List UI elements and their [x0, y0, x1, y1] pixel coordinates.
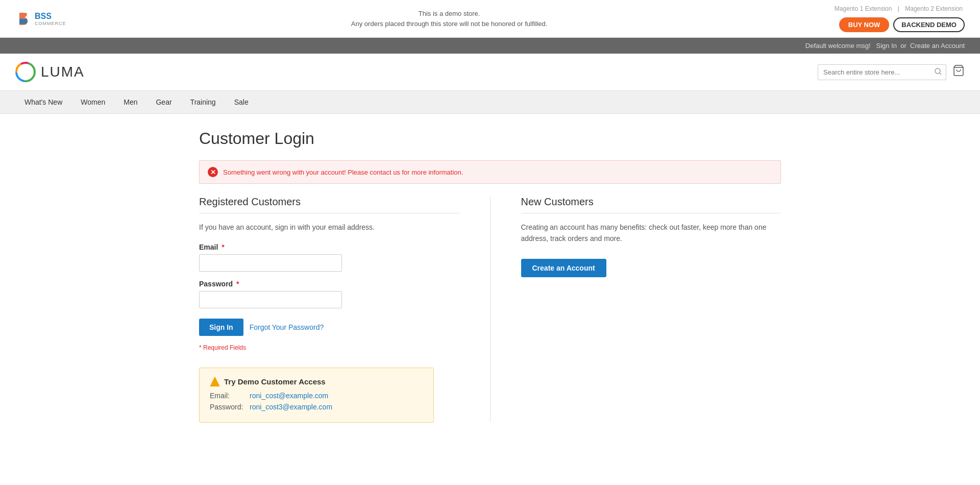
cta-buttons: Magento 1 Extension | Magento 2 Extensio… — [832, 5, 965, 32]
page-title: Customer Login — [199, 129, 781, 148]
search-box — [818, 64, 946, 80]
email-input[interactable] — [199, 254, 342, 272]
logo-text: LUMA — [41, 64, 85, 80]
demo-text: This is a demo store. Any orders placed … — [351, 9, 547, 29]
email-form-group: Email * — [199, 243, 459, 272]
new-customers-section: New Customers Creating an account has ma… — [491, 196, 781, 423]
search-icon — [935, 68, 942, 75]
registered-customers-title: Registered Customers — [199, 196, 459, 213]
main-nav: What's New Women Men Gear Training Sale — [0, 91, 980, 114]
bss-logo-icon — [15, 11, 32, 27]
registered-customers-desc: If you have an account, sign in with you… — [199, 222, 459, 233]
create-account-link-header[interactable]: Create an Account — [910, 42, 965, 50]
error-message-banner: ✕ Something went wrong with your account… — [199, 160, 781, 184]
password-label: Password * — [199, 280, 459, 288]
backend-demo-button[interactable]: BACKEND DEMO — [893, 17, 965, 32]
email-label: Email * — [199, 243, 459, 251]
promo-bar: BSS COMMERCE This is a demo store. Any o… — [0, 0, 980, 38]
required-note: * Required Fields — [199, 344, 459, 351]
luma-logo: LUMA — [15, 62, 85, 82]
form-actions: Sign In Forgot Your Password? — [199, 319, 459, 336]
main-content: Customer Login ✕ Something went wrong wi… — [184, 114, 796, 438]
new-customers-desc: Creating an account has many benefits: c… — [521, 222, 781, 245]
svg-line-5 — [940, 73, 941, 75]
account-bar: Default welcome msg! Sign In or Create a… — [0, 38, 980, 54]
sign-in-button[interactable]: Sign In — [199, 319, 243, 336]
luma-logo-icon — [15, 62, 36, 82]
login-columns: Registered Customers If you have an acco… — [199, 196, 781, 423]
password-input[interactable] — [199, 291, 342, 308]
demo-password-label: Password: — [210, 403, 246, 411]
demo-email-label: Email: — [210, 392, 246, 400]
cta-btns-row: BUY NOW BACKEND DEMO — [839, 17, 965, 32]
nav-training[interactable]: Training — [181, 91, 225, 113]
demo-access-box: Try Demo Customer Access Email: roni_cos… — [199, 368, 434, 423]
registered-customers-section: Registered Customers If you have an acco… — [199, 196, 491, 423]
cart-icon[interactable] — [952, 64, 965, 80]
signin-link[interactable]: Sign In — [876, 42, 897, 50]
nav-sale[interactable]: Sale — [225, 91, 258, 113]
new-customers-title: New Customers — [521, 196, 781, 213]
demo-email-value: roni_cost@example.com — [250, 392, 328, 400]
error-text: Something went wrong with your account! … — [223, 168, 463, 176]
password-form-group: Password * — [199, 280, 459, 308]
demo-email-row: Email: roni_cost@example.com — [210, 392, 423, 400]
error-icon: ✕ — [208, 167, 218, 177]
welcome-msg: Default welcome msg! — [805, 42, 871, 50]
search-input[interactable] — [818, 65, 930, 79]
create-account-button[interactable]: Create an Account — [521, 259, 606, 277]
search-cart-area — [818, 64, 965, 80]
svg-point-4 — [935, 68, 940, 74]
warning-icon — [210, 376, 220, 386]
ext-links: Magento 1 Extension | Magento 2 Extensio… — [832, 5, 965, 12]
demo-password-value: roni_cost3@example.com — [250, 403, 332, 411]
buy-now-button[interactable]: BUY NOW — [839, 17, 890, 32]
demo-password-row: Password: roni_cost3@example.com — [210, 403, 423, 411]
demo-access-title: Try Demo Customer Access — [210, 376, 423, 386]
nav-gear[interactable]: Gear — [146, 91, 181, 113]
search-button[interactable] — [930, 65, 946, 80]
nav-whats-new[interactable]: What's New — [15, 91, 71, 113]
nav-men[interactable]: Men — [114, 91, 146, 113]
bss-logo: BSS COMMERCE — [15, 11, 66, 27]
forgot-password-link[interactable]: Forgot Your Password? — [250, 323, 324, 331]
nav-women[interactable]: Women — [71, 91, 114, 113]
site-header: LUMA — [0, 54, 980, 91]
